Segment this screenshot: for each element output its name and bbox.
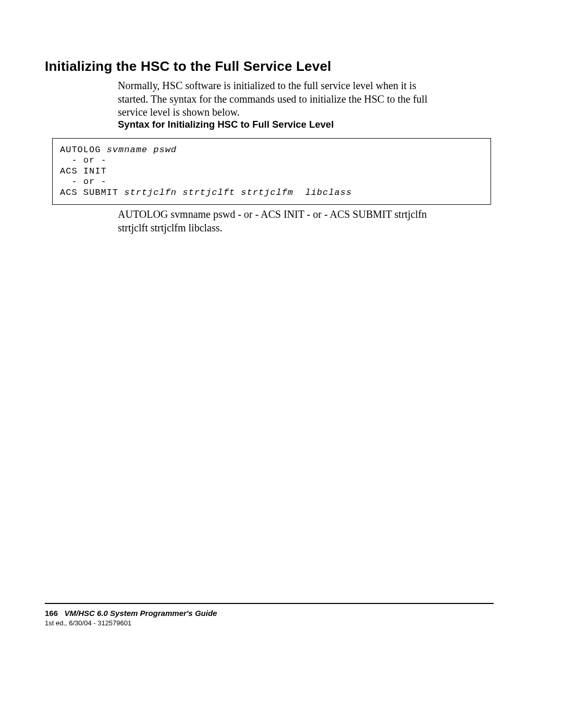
page-number: 166 (45, 609, 58, 618)
code-line: AUTOLOG svmname pswd (60, 145, 483, 155)
code-arg: svmname pswd (107, 145, 177, 155)
syntax-code-box: AUTOLOG svmname pswd - or - ACS INIT - o… (52, 138, 491, 205)
body-paragraph: AUTOLOG svmname pswd - or - ACS INIT - o… (118, 208, 441, 235)
code-line: - or - (60, 155, 483, 166)
syntax-subheading: Syntax for Initializing HSC to Full Serv… (118, 119, 334, 130)
code-text: AUTOLOG (60, 145, 107, 155)
footer-line-1: 166 VM/HSC 6.0 System Programmer's Guide (45, 609, 217, 618)
code-arg: strtjclfn strtjclft strtjclfm libclass (124, 188, 352, 198)
footer-rule (45, 603, 494, 604)
code-text: ACS SUBMIT (60, 188, 124, 198)
code-line: - or - (60, 177, 483, 187)
document-page: Initializing the HSC to the Full Service… (0, 0, 563, 728)
doc-title: VM/HSC 6.0 System Programmer's Guide (65, 609, 217, 618)
section-heading: Initializing the HSC to the Full Service… (45, 58, 332, 75)
intro-paragraph: Normally, HSC software is initialized to… (118, 79, 441, 119)
code-line: ACS INIT (60, 166, 483, 177)
footer-line-2: 1st ed., 6/30/04 - 312579601 (45, 619, 131, 627)
code-line: ACS SUBMIT strtjclfn strtjclft strtjclfm… (60, 188, 483, 198)
